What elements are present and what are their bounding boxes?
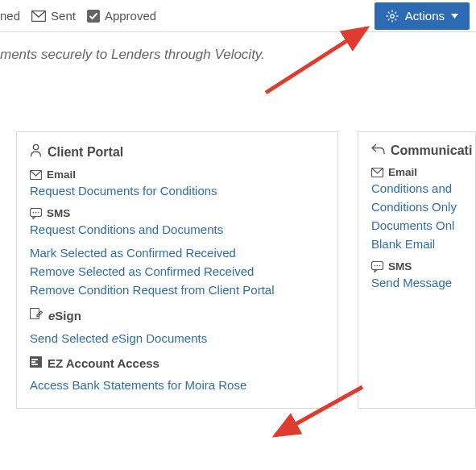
svg-point-11 [33,144,38,149]
svg-rect-17 [31,309,39,319]
mark-confirmed-link[interactable]: Mark Selected as Confirmed Received [30,246,325,260]
svg-line-10 [395,11,396,13]
communications-title: Communicati [371,143,462,158]
access-bank-link[interactable]: Access Bank Statements for Moira Rose [30,378,325,392]
actions-label: Actions [405,9,445,23]
status-approved-label: Approved [105,9,156,23]
comm-sms-label: SMS [388,260,412,272]
client-portal-title-text: Client Portal [48,145,123,160]
svg-point-16 [38,211,39,213]
svg-rect-20 [31,361,35,363]
ez-title-text: EZ Account Access [48,356,159,370]
remove-confirmed-link[interactable]: Remove Selected as Confirmed Received [30,264,325,278]
status-ned-label: ned [0,9,20,23]
portal-sms-heading: SMS [30,207,325,219]
comm-link-1[interactable]: Conditions and [371,181,462,195]
comm-link-2[interactable]: Conditions Only [371,200,462,214]
esign-title: eSign [30,308,325,323]
gear-icon [386,10,399,23]
svg-rect-19 [31,359,38,360]
caret-down-icon [451,14,458,19]
comm-email-heading: Email [371,166,462,178]
svg-rect-21 [31,364,38,365]
portal-email-label: Email [47,168,76,181]
svg-line-9 [388,19,390,20]
comm-link-4[interactable]: Blank Email [371,237,462,251]
checkbox-icon [87,10,100,23]
comm-sms-heading: SMS [371,260,462,272]
svg-point-14 [33,211,35,213]
tagline: ments securely to Lenders through Veloci… [0,32,476,63]
chat-icon [30,208,42,219]
svg-point-25 [377,264,379,266]
send-esign-link[interactable]: Send Selected eSign Documents [30,331,325,345]
svg-line-8 [395,19,396,20]
communications-card: Communicati Email Conditions and Conditi… [358,131,476,409]
pencil-icon [30,308,43,323]
ez-icon [30,356,42,370]
portal-email-heading: Email [30,168,325,181]
cards-row: Client Portal Email Request Documents fo… [0,131,476,409]
status-sent[interactable]: Sent [31,9,76,23]
chat-icon [371,261,383,272]
client-portal-card: Client Portal Email Request Documents fo… [16,131,338,409]
comm-email-label: Email [388,166,417,178]
client-portal-title: Client Portal [30,143,325,160]
request-conditions-link[interactable]: Request Conditions and Documents [30,223,325,236]
reply-icon [371,143,385,158]
ez-account-title: EZ Account Access [30,356,325,370]
person-icon [30,143,42,160]
envelope-icon [371,168,383,177]
svg-line-7 [388,11,390,13]
portal-sms-label: SMS [47,207,70,219]
remove-portal-link[interactable]: Remove Condition Request from Client Por… [30,283,325,297]
status-sent-label: Sent [51,9,76,23]
svg-point-2 [391,14,394,17]
comm-link-3[interactable]: Documents Onl [371,218,462,232]
envelope-icon [31,10,46,22]
communications-title-text: Communicati [391,143,472,158]
svg-point-26 [379,264,381,266]
envelope-icon [30,170,42,180]
esign-title-text: eSign [48,309,81,322]
status-ned: ned [0,9,20,23]
status-approved[interactable]: Approved [87,9,156,23]
comm-send-message-link[interactable]: Send Message [371,276,462,289]
request-documents-link[interactable]: Request Documents for Conditions [30,184,325,198]
actions-button[interactable]: Actions [375,2,470,30]
svg-point-15 [35,211,37,213]
topbar: ned Sent Approved Actions [0,0,476,32]
svg-point-24 [375,264,376,266]
